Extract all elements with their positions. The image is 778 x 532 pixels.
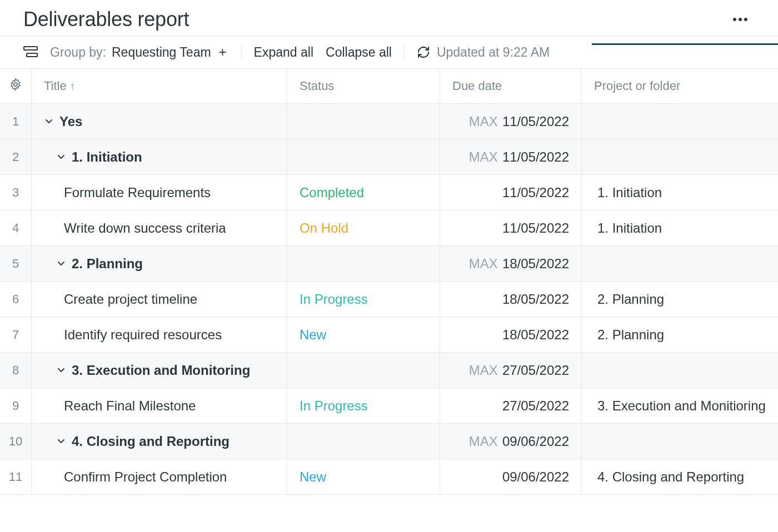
table-row[interactable]: 9Reach Final MilestoneIn Progress27/05/2… <box>0 388 778 424</box>
row-status-cell: Completed <box>287 175 440 210</box>
due-date: 11/05/2022 <box>502 220 569 236</box>
project-folder: 3. Execution and Monitioring <box>597 398 766 414</box>
more-menu-button[interactable] <box>726 13 755 26</box>
due-date: 18/05/2022 <box>502 327 569 343</box>
row-title: Identify required resources <box>64 327 222 343</box>
table-group-row[interactable]: 21. InitiationMAX11/05/2022 <box>0 139 778 175</box>
row-number: 5 <box>0 246 31 281</box>
project-column-header[interactable]: Project or folder <box>581 69 778 103</box>
row-project-cell: 2. Planning <box>581 317 778 352</box>
group-by-control[interactable]: Group by: Requesting Team + <box>50 45 229 60</box>
row-due-cell: 09/06/2022 <box>440 459 581 494</box>
row-due-cell: 18/05/2022 <box>440 317 581 352</box>
refresh-control[interactable]: Updated at 9:22 AM <box>417 45 550 60</box>
sort-ascending-icon: ↑ <box>70 81 75 92</box>
status-column-header[interactable]: Status <box>287 69 440 103</box>
add-group-button[interactable]: + <box>217 46 229 59</box>
project-folder: 2. Planning <box>597 292 664 307</box>
row-title-cell: Confirm Project Completion <box>31 459 287 494</box>
chevron-down-icon[interactable] <box>56 436 66 446</box>
status-badge: New <box>300 469 326 485</box>
report-table: Title ↑ Status Due date Project or folde… <box>0 68 778 495</box>
row-title-cell: 3. Execution and Monitoring <box>31 353 287 388</box>
chevron-down-icon[interactable] <box>56 152 66 162</box>
updated-at-text: Updated at 9:22 AM <box>437 45 550 60</box>
chevron-down-icon[interactable] <box>44 117 54 127</box>
row-due-cell: MAX09/06/2022 <box>440 424 581 459</box>
active-tab-underline <box>592 43 778 45</box>
title-header-label: Title <box>44 79 67 93</box>
row-title-cell: 4. Closing and Reporting <box>31 424 287 459</box>
row-due-cell: 11/05/2022 <box>440 210 581 245</box>
row-due-cell: MAX11/05/2022 <box>440 104 581 139</box>
project-folder: 4. Closing and Reporting <box>597 469 744 485</box>
svg-rect-4 <box>27 53 37 57</box>
row-number: 4 <box>0 210 31 245</box>
table-group-row[interactable]: 52. PlanningMAX18/05/2022 <box>0 246 778 282</box>
due-column-header[interactable]: Due date <box>440 69 581 103</box>
row-due-cell: MAX11/05/2022 <box>440 139 581 174</box>
row-project-cell: 1. Initiation <box>581 210 778 245</box>
group-by-label: Group by: <box>50 45 106 60</box>
row-project-cell <box>581 353 778 388</box>
table-group-row[interactable]: 104. Closing and ReportingMAX09/06/2022 <box>0 424 778 459</box>
row-status-cell: In Progress <box>287 388 440 423</box>
row-title: Reach Final Milestone <box>64 398 196 414</box>
toolbar-separator <box>404 44 405 61</box>
row-number: 11 <box>0 459 31 494</box>
project-folder: 1. Initiation <box>597 220 662 236</box>
row-project-cell <box>581 104 778 139</box>
row-project-cell <box>581 139 778 174</box>
expand-all-button[interactable]: Expand all <box>254 45 313 60</box>
status-badge: In Progress <box>300 398 368 414</box>
table-row[interactable]: 3Formulate RequirementsCompleted11/05/20… <box>0 175 778 210</box>
row-project-cell <box>581 424 778 459</box>
table-row[interactable]: 6Create project timelineIn Progress18/05… <box>0 282 778 317</box>
refresh-icon <box>417 46 430 59</box>
table-row[interactable]: 7Identify required resourcesNew18/05/202… <box>0 317 778 353</box>
row-status-cell: On Hold <box>287 210 440 245</box>
table-group-row[interactable]: 83. Execution and MonitoringMAX27/05/202… <box>0 353 778 388</box>
row-title: 1. Initiation <box>72 149 142 165</box>
row-title: Formulate Requirements <box>64 185 211 200</box>
due-date: 09/06/2022 <box>502 434 569 449</box>
status-badge: In Progress <box>300 292 368 307</box>
due-date: 11/05/2022 <box>502 114 569 129</box>
row-title: Write down success criteria <box>64 220 226 236</box>
table-header-row: Title ↑ Status Due date Project or folde… <box>0 69 778 104</box>
status-badge: Completed <box>300 185 364 200</box>
row-status-cell <box>287 104 440 139</box>
table-group-row[interactable]: 1YesMAX11/05/2022 <box>0 104 778 139</box>
row-number: 9 <box>0 388 31 423</box>
row-title: 4. Closing and Reporting <box>72 434 230 449</box>
table-row[interactable]: 4Write down success criteriaOn Hold11/05… <box>0 210 778 246</box>
row-status-cell: New <box>287 459 440 494</box>
max-label: MAX <box>469 256 498 272</box>
row-status-cell <box>287 424 440 459</box>
row-project-cell: 3. Execution and Monitioring <box>581 388 778 423</box>
svg-point-5 <box>14 83 17 86</box>
row-status-cell: In Progress <box>287 282 440 317</box>
chevron-down-icon[interactable] <box>56 365 66 375</box>
row-status-cell <box>287 353 440 388</box>
chevron-down-icon[interactable] <box>56 259 66 269</box>
layout-icon[interactable] <box>23 46 38 58</box>
row-title: 3. Execution and Monitoring <box>72 363 250 378</box>
due-date: 27/05/2022 <box>502 398 569 414</box>
page-header: Deliverables report <box>0 0 778 36</box>
table-row[interactable]: 11Confirm Project CompletionNew09/06/202… <box>0 459 778 495</box>
title-column-header[interactable]: Title ↑ <box>31 69 287 103</box>
row-due-cell: 11/05/2022 <box>440 175 581 210</box>
svg-rect-3 <box>24 47 37 50</box>
row-number: 8 <box>0 353 31 388</box>
due-date: 11/05/2022 <box>502 185 569 200</box>
collapse-all-button[interactable]: Collapse all <box>326 45 392 60</box>
toolbar-separator <box>241 44 242 61</box>
row-title: Yes <box>59 114 82 129</box>
row-number: 10 <box>0 424 31 459</box>
due-date: 18/05/2022 <box>502 292 569 307</box>
group-by-value: Requesting Team <box>112 45 211 60</box>
row-number: 6 <box>0 282 31 317</box>
project-folder: 2. Planning <box>597 327 664 343</box>
settings-column-header[interactable] <box>0 69 31 103</box>
